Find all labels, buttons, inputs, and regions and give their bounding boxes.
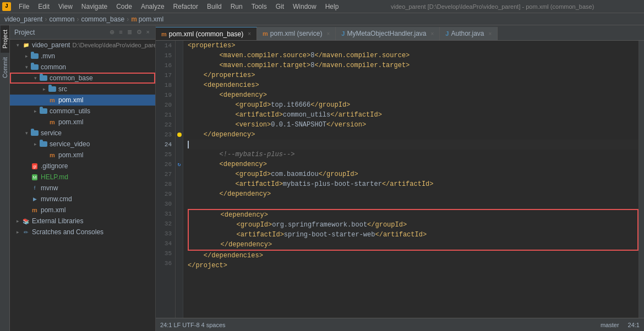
menu-refactor[interactable]: Refactor — [169, 2, 203, 12]
tree-item-mvn[interactable]: .mvn — [10, 51, 155, 62]
tree-item-video-parent[interactable]: 📁 video_parent D:\Develop\IdeaPro\video_… — [10, 40, 155, 51]
menu-view[interactable]: View — [54, 2, 77, 12]
folder-icon-common-base — [40, 74, 47, 82]
maven-icon-pom-service: m — [48, 151, 56, 159]
tree-item-service-video[interactable]: service_video — [10, 139, 155, 150]
close-tab-3[interactable]: × — [431, 31, 434, 37]
close-panel-icon[interactable]: × — [145, 27, 151, 37]
gear-icon[interactable]: ⚙ — [135, 27, 143, 37]
file-icon-mvnw: f — [31, 184, 39, 192]
code-line-33: <artifactId>spring-boot-starter-web</art… — [189, 230, 637, 240]
editor-area: 14 15 16 17 18 19 20 21 22 23 24 25 26 2… — [156, 41, 644, 318]
git-branch: master — [601, 322, 619, 328]
status-bar: 24:1 LF UTF-8 4 spaces master 24:1 — [156, 318, 644, 331]
close-tab-2[interactable]: × — [326, 31, 330, 37]
tree-item-mvnw[interactable]: f mvnw — [10, 183, 155, 194]
gutter-dot-23 — [176, 130, 183, 140]
project-panel: Project ⊕ ≡ ≣ ⚙ × 📁 video_parent D:\Deve… — [10, 25, 156, 331]
code-line-16: <maven.compiler.target>8</maven.compiler… — [188, 60, 638, 70]
folder-icon-common-utils — [40, 107, 47, 115]
maven-icon-pom-utils: m — [48, 118, 56, 126]
arrow-ext-libs — [14, 218, 21, 224]
tree-item-src[interactable]: src — [10, 84, 155, 95]
code-line-34: </dependency> — [189, 240, 637, 250]
tree-item-pom-service[interactable]: m pom.xml — [10, 150, 155, 161]
menu-window[interactable]: Window — [288, 2, 321, 12]
code-line-23: </dependency> — [188, 130, 638, 140]
code-line-35: </dependencies> — [188, 251, 638, 261]
code-line-15: <maven.compiler.source>8</maven.compiler… — [188, 51, 638, 60]
title-text: video_parent [D:\Develop\IdeaPro\video_p… — [343, 3, 642, 10]
status-text: 24:1 LF UTF-8 4 spaces — [160, 322, 226, 328]
tree-item-ext-libs[interactable]: 📚 External Libraries — [10, 216, 155, 227]
panel-title: Project — [14, 29, 108, 36]
highlight-block: <dependency> <groupId>org.springframewor… — [188, 209, 638, 251]
menu-git[interactable]: Git — [271, 2, 288, 12]
folder-icon-common — [31, 63, 39, 71]
tab-pom-service[interactable]: m pom.xml (service) × — [257, 27, 336, 40]
menu-help[interactable]: Help — [321, 2, 343, 12]
tree-item-service[interactable]: service — [10, 128, 155, 139]
locate-icon[interactable]: ⊕ — [108, 27, 116, 37]
code-line-19: <dependency> — [188, 90, 638, 100]
menu-code[interactable]: Code — [112, 2, 137, 12]
code-line-31: <dependency> — [189, 210, 637, 220]
code-area[interactable]: <properties> <maven.compiler.source>8</m… — [183, 41, 638, 318]
folder-icon-mvn — [31, 52, 39, 60]
menu-analyze[interactable]: Analyze — [137, 2, 169, 12]
collapse-icon[interactable]: ≡ — [118, 27, 123, 37]
tree-item-common[interactable]: common — [10, 62, 155, 73]
tree-item-pom-utils[interactable]: m pom.xml — [10, 117, 155, 128]
right-scrollbar[interactable] — [638, 41, 644, 318]
arrow-service-video — [32, 141, 39, 147]
menu-edit[interactable]: Edit — [34, 2, 54, 12]
arrow-video-parent — [14, 42, 21, 48]
maven-icon-pom-base: m — [48, 96, 56, 104]
breadcrumb-item-4[interactable]: pom.xml — [139, 15, 163, 23]
menu-build[interactable]: Build — [203, 2, 226, 12]
arrow-common-base — [32, 75, 39, 81]
breadcrumb-item-2[interactable]: common — [49, 15, 74, 23]
sidebar-tab-project[interactable]: Project — [1, 25, 9, 53]
breadcrumb-item-1[interactable]: video_parent — [4, 15, 42, 23]
sidebar-tab-commit[interactable]: Commit — [1, 53, 9, 82]
help-icon: M — [31, 173, 39, 181]
tree-item-gitignore[interactable]: gi .gitignore — [10, 161, 155, 172]
close-tab-4[interactable]: × — [489, 31, 492, 37]
scratch-icon: ✏ — [22, 228, 30, 236]
arrow-common — [23, 64, 30, 70]
panel-header: Project ⊕ ≡ ≣ ⚙ × — [10, 25, 155, 40]
tree-item-pom-base[interactable]: m pom.xml — [10, 95, 155, 106]
expand-icon[interactable]: ≣ — [126, 27, 133, 37]
tree-item-common-utils[interactable]: common_utils — [10, 106, 155, 117]
menu-file[interactable]: File — [14, 2, 34, 12]
arrow-mvn — [23, 53, 30, 59]
code-line-22: <version>0.0.1-SNAPSHOT</version> — [188, 120, 638, 130]
folder-icon-src — [48, 85, 56, 93]
code-line-18: <dependencies> — [188, 80, 638, 90]
close-tab-1[interactable]: × — [248, 31, 251, 37]
tree-item-mvnwcmd[interactable]: ▶ mvnw.cmd — [10, 194, 155, 205]
menu-tools[interactable]: Tools — [247, 2, 271, 12]
libs-icon: 📚 — [22, 217, 30, 225]
maven-icon-root: m — [31, 206, 39, 214]
right-area: m pom.xml (common_base) × m pom.xml (ser… — [156, 25, 644, 331]
tabs-bar: m pom.xml (common_base) × m pom.xml (ser… — [156, 25, 644, 41]
code-line-36: </project> — [188, 261, 638, 271]
folder-icon-service — [31, 129, 39, 137]
tree-container: 📁 video_parent D:\Develop\IdeaPro\video_… — [10, 40, 155, 331]
tab-mymetaobject[interactable]: J MyMetaObjectHandler.java × — [336, 27, 440, 40]
app-icon: J — [2, 2, 11, 11]
arrow-src — [41, 86, 47, 92]
tab-pom-common-base[interactable]: m pom.xml (common_base) × — [156, 27, 257, 40]
breadcrumb-item-3[interactable]: common_base — [81, 15, 124, 23]
code-line-32: <groupId>org.springframework.boot</group… — [189, 220, 637, 230]
menu-run[interactable]: Run — [226, 2, 247, 12]
tab-author[interactable]: J Author.java × — [440, 27, 498, 40]
tree-item-scratches[interactable]: ✏ Scratches and Consoles — [10, 227, 155, 238]
tree-item-common-base[interactable]: common_base — [10, 73, 155, 84]
menu-navigate[interactable]: Navigate — [77, 2, 112, 12]
tree-item-help[interactable]: M HELP.md — [10, 172, 155, 183]
main-layout: Project Commit Project ⊕ ≡ ≣ ⚙ × 📁 video… — [0, 25, 644, 331]
tree-item-pom-root[interactable]: m pom.xml — [10, 205, 155, 216]
